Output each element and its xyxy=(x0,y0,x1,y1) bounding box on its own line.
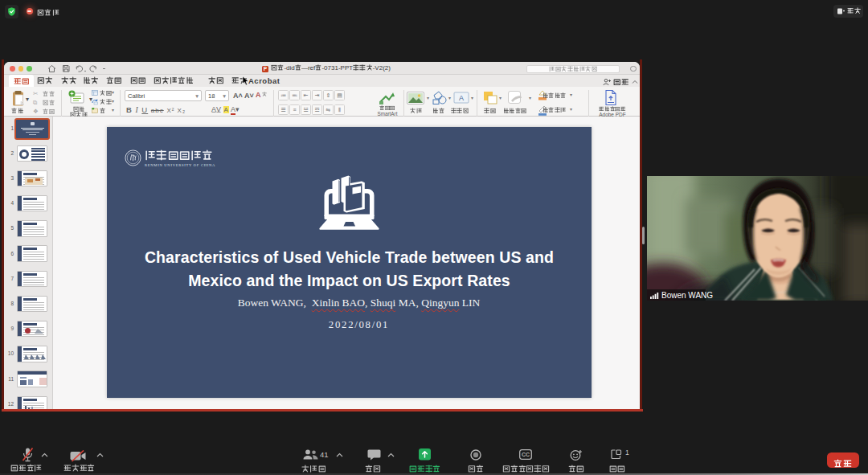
svg-text:A: A xyxy=(459,94,464,102)
svg-text:CC: CC xyxy=(522,452,530,457)
